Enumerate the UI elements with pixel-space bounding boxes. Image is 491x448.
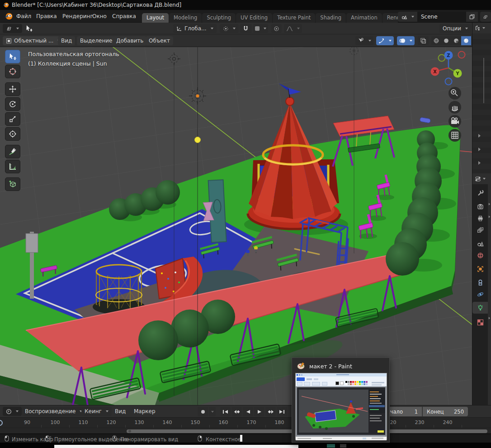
frame-end-field[interactable]: Конец250: [423, 407, 468, 416]
menu-render[interactable]: Рендеринг: [62, 13, 93, 19]
menu-select[interactable]: Выделение: [77, 36, 115, 45]
jump-to-end-button[interactable]: [277, 407, 287, 416]
falloff-curve-button[interactable]: [284, 24, 302, 33]
scale-tool[interactable]: [5, 112, 20, 126]
menu-help[interactable]: Справка: [112, 13, 136, 19]
tab-scene-properties[interactable]: [472, 238, 488, 249]
annotate-tool[interactable]: [5, 145, 20, 158]
paint-thumbnail[interactable]: [295, 373, 387, 440]
pan-hand-button[interactable]: [449, 101, 461, 114]
prev-keyframe-button[interactable]: [231, 407, 242, 416]
tab-texture-properties[interactable]: [472, 316, 488, 328]
menu-window[interactable]: Окно: [92, 13, 107, 19]
snap-settings-button[interactable]: [253, 24, 268, 33]
sun-position-dot[interactable]: [195, 137, 201, 143]
transform-tool[interactable]: [5, 127, 20, 141]
jump-to-start-button[interactable]: [220, 407, 231, 416]
proportional-edit-button[interactable]: [271, 24, 282, 33]
menu-add[interactable]: Добавить: [113, 36, 146, 45]
paint-preview-popup[interactable]: макет 2 - Paint: [292, 357, 390, 443]
menu-view[interactable]: Вид: [58, 36, 75, 45]
shading-wireframe-button[interactable]: [431, 36, 441, 45]
keying-dropdown[interactable]: Кеинг: [81, 407, 112, 416]
taskbar-icon[interactable]: [327, 444, 335, 448]
tab-physics-properties[interactable]: [472, 288, 488, 300]
transform-orientation-button[interactable]: Глоба...: [173, 24, 217, 33]
panel-collapse-arrow[interactable]: [489, 317, 491, 319]
sun-lamp-icon-selected[interactable]: [189, 87, 206, 105]
play-reverse-button[interactable]: [243, 407, 253, 416]
options-button[interactable]: Опции: [439, 24, 471, 33]
auto-key-dropdown[interactable]: [209, 407, 216, 416]
capsule-object[interactable]: [420, 117, 430, 123]
tab-layout[interactable]: Layout: [142, 13, 169, 23]
tab-shading[interactable]: Shading: [316, 13, 346, 23]
viewport-canvas[interactable]: Z X Y: [0, 47, 472, 405]
tab-modeling[interactable]: Modeling: [169, 13, 202, 23]
tab-animation[interactable]: Animation: [346, 13, 382, 23]
tab-render-properties[interactable]: [472, 200, 488, 212]
tab-sculpting[interactable]: Sculpting: [202, 13, 236, 23]
tab-viewlayer-properties[interactable]: [472, 224, 488, 236]
shading-material-button[interactable]: [451, 36, 461, 45]
tab-output-properties[interactable]: [472, 212, 488, 224]
scene-copy-button[interactable]: [466, 12, 478, 22]
auto-key-button[interactable]: [198, 407, 208, 416]
mode-selector[interactable]: Объектный ...: [3, 36, 63, 45]
taskbar-icon[interactable]: [340, 444, 346, 448]
timeline-menu-view[interactable]: Вид: [115, 408, 126, 415]
zoom-button[interactable]: [449, 87, 461, 100]
navigation-gizmo[interactable]: Z X Y: [431, 51, 465, 85]
menu-object[interactable]: Объект: [146, 36, 173, 45]
panel-collapse-arrow[interactable]: [489, 215, 491, 218]
scene-browse-button[interactable]: [398, 12, 417, 22]
scene-name-field[interactable]: Scene: [417, 12, 466, 22]
viewport-3d[interactable]: Z X Y Пользовательская ортогональ (1) Ко…: [0, 47, 472, 405]
playback-dropdown[interactable]: Воспроизведение: [22, 407, 85, 416]
select-box-tool[interactable]: [5, 50, 20, 63]
tab-constraint-properties[interactable]: [472, 276, 488, 288]
menu-edit[interactable]: Правка: [36, 13, 57, 19]
move-tool[interactable]: [5, 82, 20, 96]
outliner-collapse-arrow[interactable]: [478, 148, 481, 151]
camera-view-button[interactable]: [449, 115, 461, 128]
editor-type-button[interactable]: [3, 24, 22, 33]
tab-world-properties[interactable]: [472, 249, 488, 261]
shading-solid-button[interactable]: [441, 36, 451, 45]
measure-tool[interactable]: [5, 160, 20, 173]
playhead-indicator[interactable]: [0, 420, 3, 426]
outliner-header[interactable]: [472, 23, 491, 33]
outliner-collapse-arrow[interactable]: [478, 161, 481, 165]
panel-collapse-arrow[interactable]: [489, 203, 491, 205]
snap-toggle-button[interactable]: [240, 24, 252, 33]
menu-file[interactable]: Файл: [16, 13, 31, 19]
xray-toggle[interactable]: [418, 36, 429, 45]
pivot-point-button[interactable]: [220, 24, 239, 33]
timeline-ruler[interactable]: 90 100 110 120 130 140 150 160 170 180 1…: [0, 417, 491, 428]
timeline-menu-marker[interactable]: Маркер: [134, 408, 156, 415]
viewlayer-selector-stub[interactable]: [480, 12, 491, 22]
outliner-collapse-arrow[interactable]: [478, 134, 481, 138]
tab-tool-properties[interactable]: [472, 187, 488, 199]
tab-object-properties[interactable]: [472, 263, 488, 275]
outliner-scrollbar[interactable]: [483, 58, 484, 103]
add-cube-tool[interactable]: [5, 177, 20, 191]
tab-uv-editing[interactable]: UV Editing: [236, 13, 272, 23]
tab-light-data-properties[interactable]: [472, 302, 488, 314]
tab-rendering[interactable]: Rendering: [382, 13, 398, 23]
cursor-tool[interactable]: [5, 65, 20, 78]
rotate-tool[interactable]: [5, 97, 20, 111]
ortho-grid-button[interactable]: [449, 129, 461, 142]
show-gizmo-dropdown[interactable]: [355, 36, 373, 45]
gizmos-toggle[interactable]: [376, 36, 394, 45]
taskbar-window-strip[interactable]: [54, 445, 298, 448]
tab-texture-paint[interactable]: Texture Paint: [273, 13, 315, 23]
play-button[interactable]: [254, 407, 264, 416]
properties-header[interactable]: [472, 173, 491, 184]
next-keyframe-button[interactable]: [265, 407, 276, 416]
shading-rendered-button[interactable]: [461, 36, 471, 45]
sun-lamp-icon-a[interactable]: [168, 52, 180, 65]
scrollbar-handle-dot[interactable]: [128, 430, 131, 433]
overlays-toggle[interactable]: [397, 36, 415, 45]
timeline-editor-button[interactable]: [3, 407, 22, 416]
